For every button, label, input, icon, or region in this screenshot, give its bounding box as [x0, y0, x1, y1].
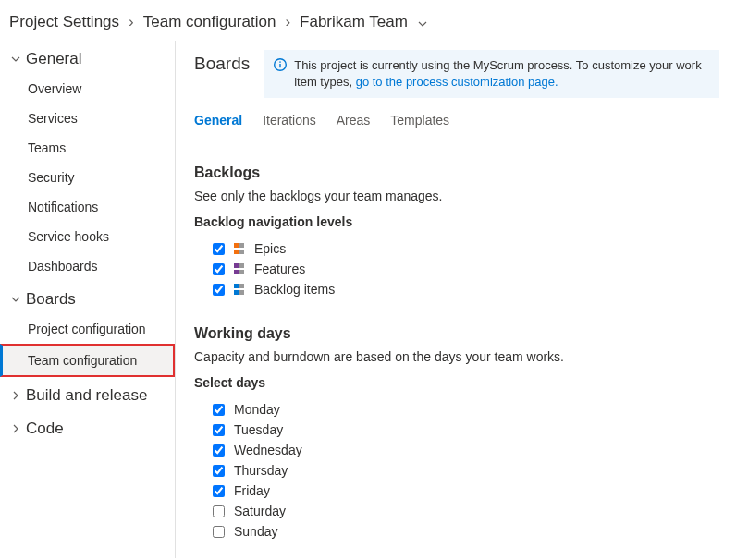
day-label: Monday — [234, 402, 280, 417]
backlog-levels-sub: Backlog navigation levels — [194, 214, 719, 229]
backlogs-heading: Backlogs — [194, 164, 719, 181]
day-label: Saturday — [234, 504, 286, 518]
working-days-desc: Capacity and burndown are based on the d… — [194, 349, 719, 364]
day-row: Saturday — [194, 501, 719, 521]
main-content: Boards This project is currently using t… — [176, 41, 736, 551]
breadcrumb-team-name[interactable]: Fabrikam Team — [300, 13, 427, 31]
tabs: GeneralIterationsAreasTemplates — [194, 113, 719, 129]
sidebar-item-overview[interactable]: Overview — [0, 74, 175, 103]
backlog-level-label: Backlog items — [254, 282, 335, 297]
sidebar-item-notifications[interactable]: Notifications — [0, 192, 175, 222]
sidebar-item-service-hooks[interactable]: Service hooks — [0, 222, 175, 251]
day-label: Thursday — [234, 463, 288, 478]
sidebar-section-label: General — [26, 50, 81, 68]
breadcrumb-team-config[interactable]: Team configuration — [143, 13, 276, 31]
sidebar-section-code[interactable]: Code — [0, 410, 175, 444]
day-row: Thursday — [194, 460, 719, 481]
sidebar-item-security[interactable]: Security — [0, 163, 175, 192]
backlog-level-row: Backlog items — [194, 279, 719, 299]
chevron-down-icon[interactable] — [418, 13, 427, 31]
sidebar-item-dashboards[interactable]: Dashboards — [0, 251, 175, 281]
epic-icon — [234, 243, 245, 254]
day-checkbox[interactable] — [213, 465, 225, 477]
sidebar-item-project-configuration[interactable]: Project configuration — [0, 314, 175, 344]
sidebar-item-team-configuration[interactable]: Team configuration — [0, 344, 175, 377]
sidebar-item-teams[interactable]: Teams — [0, 133, 175, 163]
feature-icon — [234, 263, 245, 274]
day-checkbox[interactable] — [213, 526, 225, 538]
backlog-level-checkbox[interactable] — [213, 263, 225, 275]
breadcrumb-root[interactable]: Project Settings — [9, 13, 119, 31]
day-label: Wednesday — [234, 443, 302, 457]
day-row: Monday — [194, 399, 719, 420]
sidebar-section-general[interactable]: General — [0, 41, 175, 74]
tab-general[interactable]: General — [194, 113, 242, 129]
backlog-levels-list: EpicsFeaturesBacklog items — [194, 238, 719, 299]
tab-areas[interactable]: Areas — [337, 113, 371, 129]
info-icon — [274, 58, 287, 76]
day-checkbox[interactable] — [213, 424, 225, 436]
breadcrumb-separator-icon: › — [129, 13, 134, 31]
backlog-level-label: Features — [254, 262, 305, 276]
backlog-level-checkbox[interactable] — [213, 284, 225, 296]
day-checkbox[interactable] — [213, 505, 225, 517]
sidebar-section-label: Code — [26, 420, 64, 438]
day-row: Tuesday — [194, 420, 719, 440]
working-days-section: Working days Capacity and burndown are b… — [194, 325, 719, 542]
chevron-down-icon — [11, 56, 20, 62]
backlog-level-row: Features — [194, 259, 719, 279]
page-title: Boards — [194, 54, 250, 74]
svg-rect-1 — [280, 64, 281, 67]
svg-rect-2 — [280, 61, 281, 62]
sidebar-item-services[interactable]: Services — [0, 103, 175, 133]
sidebar-section-label: Boards — [26, 290, 76, 309]
sidebar-section-label: Build and release — [26, 386, 147, 405]
tab-iterations[interactable]: Iterations — [263, 113, 316, 129]
working-days-heading: Working days — [194, 325, 719, 342]
backlog-icon — [234, 284, 245, 295]
day-row: Friday — [194, 481, 719, 501]
sidebar-section-build-and-release[interactable]: Build and release — [0, 377, 175, 410]
backlogs-desc: See only the backlogs your team manages. — [194, 189, 719, 203]
select-days-sub: Select days — [194, 375, 719, 390]
day-checkbox[interactable] — [213, 444, 225, 457]
day-label: Friday — [234, 483, 270, 498]
process-customization-link[interactable]: go to the process customization page. — [356, 75, 558, 89]
day-label: Sunday — [234, 524, 277, 539]
sidebar: GeneralOverviewServicesTeamsSecurityNoti… — [0, 41, 176, 558]
days-list: MondayTuesdayWednesdayThursdayFridaySatu… — [194, 399, 719, 542]
sidebar-section-boards[interactable]: Boards — [0, 281, 175, 314]
day-checkbox[interactable] — [213, 485, 225, 497]
backlog-level-label: Epics — [254, 241, 286, 256]
info-banner-text: This project is currently using the MySc… — [294, 57, 708, 91]
tab-templates[interactable]: Templates — [390, 113, 449, 129]
chevron-right-icon — [11, 424, 20, 433]
info-banner: This project is currently using the MySc… — [264, 50, 719, 98]
breadcrumb: Project Settings › Team configuration › … — [0, 0, 736, 41]
chevron-down-icon — [11, 297, 20, 302]
backlog-level-checkbox[interactable] — [213, 243, 225, 255]
breadcrumb-team-label: Fabrikam Team — [300, 13, 408, 30]
breadcrumb-separator-icon: › — [285, 13, 290, 31]
day-row: Wednesday — [194, 440, 719, 460]
day-label: Tuesday — [234, 422, 283, 437]
backlogs-section: Backlogs See only the backlogs your team… — [194, 164, 719, 299]
chevron-right-icon — [11, 391, 20, 400]
day-row: Sunday — [194, 521, 719, 542]
day-checkbox[interactable] — [213, 404, 225, 416]
backlog-level-row: Epics — [194, 238, 719, 259]
